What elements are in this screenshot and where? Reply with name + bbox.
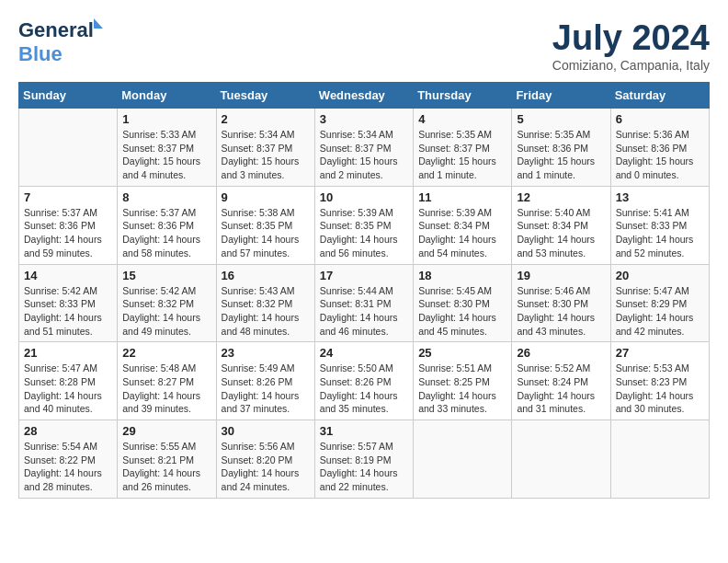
day-info: Sunrise: 5:37 AM Sunset: 8:36 PM Dayligh… xyxy=(122,206,210,260)
day-number: 27 xyxy=(616,346,704,360)
day-number: 17 xyxy=(320,269,408,282)
day-info: Sunrise: 5:33 AM Sunset: 8:37 PM Dayligh… xyxy=(122,128,210,182)
day-number: 28 xyxy=(24,424,112,438)
day-cell: 10Sunrise: 5:39 AM Sunset: 8:35 PM Dayli… xyxy=(314,186,413,264)
day-info: Sunrise: 5:42 AM Sunset: 8:32 PM Dayligh… xyxy=(122,284,210,339)
day-cell: 5Sunrise: 5:35 AM Sunset: 8:36 PM Daylig… xyxy=(512,109,610,187)
day-number: 22 xyxy=(122,346,210,360)
day-cell: 22Sunrise: 5:48 AM Sunset: 8:27 PM Dayli… xyxy=(118,342,216,420)
day-info: Sunrise: 5:54 AM Sunset: 8:22 PM Dayligh… xyxy=(24,440,112,494)
day-info: Sunrise: 5:56 AM Sunset: 8:20 PM Dayligh… xyxy=(222,440,310,494)
day-info: Sunrise: 5:35 AM Sunset: 8:37 PM Dayligh… xyxy=(418,128,506,182)
day-number: 30 xyxy=(222,424,310,438)
week-row-5: 28Sunrise: 5:54 AM Sunset: 8:22 PM Dayli… xyxy=(19,420,710,499)
week-row-2: 7Sunrise: 5:37 AM Sunset: 8:36 PM Daylig… xyxy=(19,186,710,264)
day-info: Sunrise: 5:36 AM Sunset: 8:36 PM Dayligh… xyxy=(616,128,704,182)
day-number: 11 xyxy=(418,190,506,204)
day-number: 13 xyxy=(616,190,704,204)
weekday-sunday: Sunday xyxy=(19,83,118,109)
day-info: Sunrise: 5:44 AM Sunset: 8:31 PM Dayligh… xyxy=(320,284,408,339)
day-number: 25 xyxy=(418,346,506,360)
day-number: 20 xyxy=(616,269,704,282)
day-cell: 8Sunrise: 5:37 AM Sunset: 8:36 PM Daylig… xyxy=(118,186,216,264)
day-info: Sunrise: 5:45 AM Sunset: 8:30 PM Dayligh… xyxy=(418,284,506,339)
day-info: Sunrise: 5:38 AM Sunset: 8:35 PM Dayligh… xyxy=(222,206,310,260)
day-cell: 14Sunrise: 5:42 AM Sunset: 8:33 PM Dayli… xyxy=(19,264,118,342)
day-info: Sunrise: 5:49 AM Sunset: 8:26 PM Dayligh… xyxy=(222,362,310,416)
day-number: 31 xyxy=(320,424,408,438)
weekday-tuesday: Tuesday xyxy=(216,83,314,109)
day-cell: 18Sunrise: 5:45 AM Sunset: 8:30 PM Dayli… xyxy=(414,264,512,342)
month-title: July 2024 xyxy=(552,18,710,58)
day-cell: 9Sunrise: 5:38 AM Sunset: 8:35 PM Daylig… xyxy=(216,186,314,264)
day-info: Sunrise: 5:37 AM Sunset: 8:36 PM Dayligh… xyxy=(24,206,112,260)
day-cell: 27Sunrise: 5:53 AM Sunset: 8:23 PM Dayli… xyxy=(610,342,709,420)
calendar-table: SundayMondayTuesdayWednesdayThursdayFrid… xyxy=(18,82,710,499)
day-cell: 2Sunrise: 5:34 AM Sunset: 8:37 PM Daylig… xyxy=(216,109,314,187)
weekday-wednesday: Wednesday xyxy=(314,83,413,109)
day-number: 29 xyxy=(122,424,210,438)
weekday-saturday: Saturday xyxy=(610,83,709,109)
day-number: 8 xyxy=(122,190,210,204)
day-info: Sunrise: 5:55 AM Sunset: 8:21 PM Dayligh… xyxy=(122,440,210,494)
day-cell: 1Sunrise: 5:33 AM Sunset: 8:37 PM Daylig… xyxy=(118,109,216,187)
day-cell: 16Sunrise: 5:43 AM Sunset: 8:32 PM Dayli… xyxy=(216,264,314,342)
day-info: Sunrise: 5:35 AM Sunset: 8:36 PM Dayligh… xyxy=(517,128,605,182)
day-info: Sunrise: 5:46 AM Sunset: 8:30 PM Dayligh… xyxy=(517,284,605,339)
weekday-thursday: Thursday xyxy=(414,83,512,109)
day-info: Sunrise: 5:52 AM Sunset: 8:24 PM Dayligh… xyxy=(517,362,605,416)
day-cell: 12Sunrise: 5:40 AM Sunset: 8:34 PM Dayli… xyxy=(512,186,610,264)
day-info: Sunrise: 5:43 AM Sunset: 8:32 PM Dayligh… xyxy=(222,284,310,339)
day-info: Sunrise: 5:48 AM Sunset: 8:27 PM Dayligh… xyxy=(122,362,210,416)
day-number: 4 xyxy=(418,112,506,126)
day-info: Sunrise: 5:57 AM Sunset: 8:19 PM Dayligh… xyxy=(320,440,408,494)
weekday-friday: Friday xyxy=(512,83,610,109)
day-cell xyxy=(414,420,512,499)
day-info: Sunrise: 5:40 AM Sunset: 8:34 PM Dayligh… xyxy=(517,206,605,260)
week-row-4: 21Sunrise: 5:47 AM Sunset: 8:28 PM Dayli… xyxy=(19,342,710,420)
day-cell: 6Sunrise: 5:36 AM Sunset: 8:36 PM Daylig… xyxy=(610,109,709,187)
day-info: Sunrise: 5:42 AM Sunset: 8:33 PM Dayligh… xyxy=(24,284,112,339)
week-row-1: 1Sunrise: 5:33 AM Sunset: 8:37 PM Daylig… xyxy=(19,109,710,187)
day-number: 21 xyxy=(24,346,112,360)
day-number: 15 xyxy=(122,269,210,282)
day-number: 12 xyxy=(517,190,605,204)
day-number: 9 xyxy=(222,190,310,204)
day-cell: 29Sunrise: 5:55 AM Sunset: 8:21 PM Dayli… xyxy=(118,420,216,499)
day-number: 10 xyxy=(320,190,408,204)
day-cell: 23Sunrise: 5:49 AM Sunset: 8:26 PM Dayli… xyxy=(216,342,314,420)
day-info: Sunrise: 5:34 AM Sunset: 8:37 PM Dayligh… xyxy=(320,128,408,182)
calendar-body: 1Sunrise: 5:33 AM Sunset: 8:37 PM Daylig… xyxy=(19,109,710,499)
day-cell: 30Sunrise: 5:56 AM Sunset: 8:20 PM Dayli… xyxy=(216,420,314,499)
page-header: General Blue July 2024 Comiziano, Campan… xyxy=(18,18,710,73)
day-cell: 11Sunrise: 5:39 AM Sunset: 8:34 PM Dayli… xyxy=(414,186,512,264)
day-cell xyxy=(512,420,610,499)
day-cell: 21Sunrise: 5:47 AM Sunset: 8:28 PM Dayli… xyxy=(19,342,118,420)
logo: General Blue xyxy=(18,18,94,66)
week-row-3: 14Sunrise: 5:42 AM Sunset: 8:33 PM Dayli… xyxy=(19,264,710,342)
day-number: 18 xyxy=(418,269,506,282)
day-number: 6 xyxy=(616,112,704,126)
day-number: 1 xyxy=(122,112,210,126)
day-number: 14 xyxy=(24,269,112,282)
day-cell: 15Sunrise: 5:42 AM Sunset: 8:32 PM Dayli… xyxy=(118,264,216,342)
day-number: 19 xyxy=(517,269,605,282)
day-number: 7 xyxy=(24,190,112,204)
day-info: Sunrise: 5:39 AM Sunset: 8:34 PM Dayligh… xyxy=(418,206,506,260)
weekday-header-row: SundayMondayTuesdayWednesdayThursdayFrid… xyxy=(19,83,710,109)
day-info: Sunrise: 5:39 AM Sunset: 8:35 PM Dayligh… xyxy=(320,206,408,260)
day-cell: 25Sunrise: 5:51 AM Sunset: 8:25 PM Dayli… xyxy=(414,342,512,420)
day-info: Sunrise: 5:47 AM Sunset: 8:28 PM Dayligh… xyxy=(24,362,112,416)
day-cell: 20Sunrise: 5:47 AM Sunset: 8:29 PM Dayli… xyxy=(610,264,709,342)
day-number: 26 xyxy=(517,346,605,360)
day-info: Sunrise: 5:47 AM Sunset: 8:29 PM Dayligh… xyxy=(616,284,704,339)
day-number: 3 xyxy=(320,112,408,126)
weekday-monday: Monday xyxy=(118,83,216,109)
day-cell: 17Sunrise: 5:44 AM Sunset: 8:31 PM Dayli… xyxy=(314,264,413,342)
day-cell: 28Sunrise: 5:54 AM Sunset: 8:22 PM Dayli… xyxy=(19,420,118,499)
day-cell xyxy=(19,109,118,187)
day-cell: 19Sunrise: 5:46 AM Sunset: 8:30 PM Dayli… xyxy=(512,264,610,342)
day-number: 24 xyxy=(320,346,408,360)
day-cell: 26Sunrise: 5:52 AM Sunset: 8:24 PM Dayli… xyxy=(512,342,610,420)
logo-blue: Blue xyxy=(18,42,63,66)
